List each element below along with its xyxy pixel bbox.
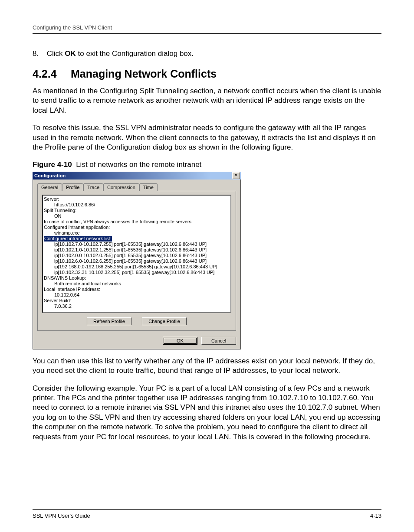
list-item: 7.0.36.2 <box>44 304 230 309</box>
figure-label: Figure 4-10 <box>33 160 72 169</box>
paragraph-4: Consider the following example. Your PC … <box>33 384 381 442</box>
step-text: Click OK to exit the Configuration dialo… <box>47 49 194 58</box>
list-item: https://10.102.6.86/ <box>44 202 230 208</box>
list-item: ip[192.168.0.0-192.168.255.255] port[1-6… <box>44 264 230 270</box>
list-item: Both remote and local networks <box>44 281 230 287</box>
tab-panel: Server: https://10.102.6.86/ Split Tunne… <box>37 191 236 331</box>
tab-strip: General Profile Trace Compression Time <box>37 183 236 191</box>
figure-caption: Figure 4-10 List of networks on the remo… <box>33 160 381 169</box>
dialog-title: Configuration <box>34 173 66 178</box>
dialog-titlebar[interactable]: Configuration × <box>33 172 241 180</box>
paragraph-1: As mentioned in the Configuring Split Tu… <box>33 86 381 115</box>
running-header: Configuring the SSL VPN Client <box>33 24 381 34</box>
paragraph-2: To resolve this issue, the SSL VPN admin… <box>33 123 381 152</box>
list-item: ip[10.102.0.0-10.102.0.255] port[1-65535… <box>44 253 230 258</box>
footer-left: SSL VPN User's Guide <box>33 512 90 519</box>
list-item: 10.102.0.64 <box>44 292 230 298</box>
list-item: Configured intranet application: <box>44 225 110 230</box>
tab-general[interactable]: General <box>37 183 62 191</box>
list-item: ip[10.102.1.0-10.102.1.255] port[1-65535… <box>44 247 230 253</box>
list-item: Server: <box>44 196 59 202</box>
list-item: ip[10.102.6.0-10.102.6.255] port[1-65535… <box>44 258 230 264</box>
figure-text: List of networks on the remote intranet <box>76 160 201 169</box>
refresh-profile-button[interactable]: Refresh Profile <box>87 317 131 325</box>
list-item: In case of conflict, VPN always accesses… <box>44 219 193 224</box>
list-item: ip[10.102.32.31-10.102.32.255] port[1-65… <box>44 270 230 275</box>
heading-title: Managing Network Conflicts <box>71 68 217 80</box>
page-footer: SSL VPN User's Guide 4-13 <box>33 509 381 519</box>
profile-listbox[interactable]: Server: https://10.102.6.86/ Split Tunne… <box>42 195 231 313</box>
list-item: ON <box>44 213 230 219</box>
tab-time[interactable]: Time <box>139 183 158 191</box>
section-heading: 4.2.4Managing Network Conflicts <box>33 68 381 80</box>
list-item-selected[interactable]: Configured intranet network list: <box>44 236 112 242</box>
heading-number: 4.2.4 <box>33 68 71 80</box>
list-item: Split Tunneling: <box>44 208 76 213</box>
tab-compression[interactable]: Compression <box>103 183 139 191</box>
close-icon[interactable]: × <box>232 172 240 179</box>
cancel-button[interactable]: Cancel <box>201 337 236 345</box>
step-number: 8. <box>33 49 45 58</box>
configuration-dialog: Configuration × General Profile Trace Co… <box>33 172 241 349</box>
tab-profile[interactable]: Profile <box>62 183 83 191</box>
list-item: Server Build: <box>44 298 71 303</box>
list-item: ip[10.102.7.0-10.102.7.255] port[1-65535… <box>44 242 230 247</box>
list-item: Local interface IP address: <box>44 287 100 292</box>
tab-trace[interactable]: Trace <box>83 183 103 191</box>
step-8: 8. Click OK to exit the Configuration di… <box>33 49 381 58</box>
ok-button[interactable]: OK <box>163 337 197 345</box>
list-item: winamp.exe <box>44 230 230 236</box>
change-profile-button[interactable]: Change Profile <box>142 317 187 325</box>
footer-right: 4-13 <box>370 512 381 519</box>
paragraph-3: You can then use this list to verify whe… <box>33 356 381 376</box>
list-item: DNS/WINS Lookup: <box>44 275 86 281</box>
